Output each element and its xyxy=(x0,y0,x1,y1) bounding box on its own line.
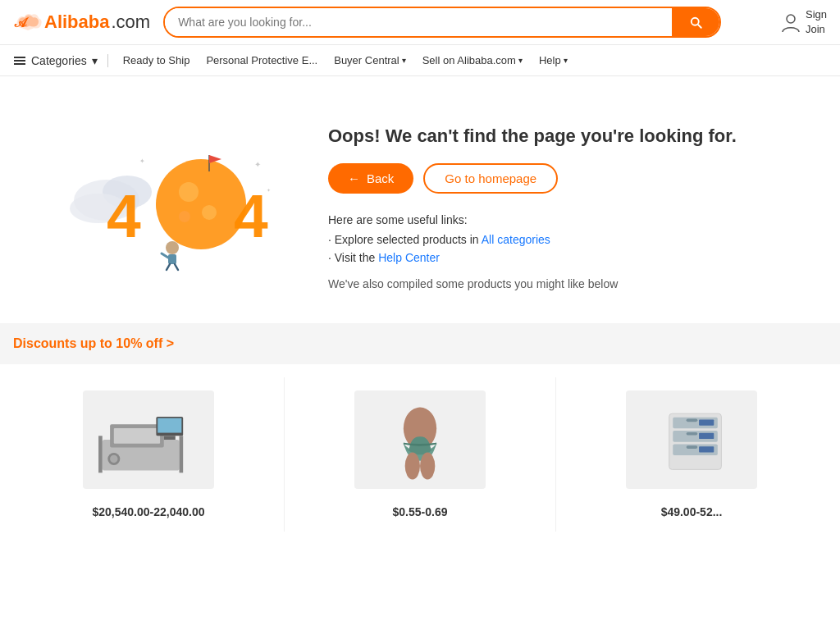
svg-rect-4 xyxy=(14,63,25,65)
svg-point-10 xyxy=(202,205,217,220)
product-card-0[interactable]: $20,540.00-22,040.00 xyxy=(13,377,285,532)
svg-text:4: 4 xyxy=(234,181,268,250)
header: 𝒜 Alibaba.com Sign Join xyxy=(0,0,840,45)
svg-rect-42 xyxy=(687,432,698,436)
svg-rect-17 xyxy=(168,254,176,264)
404-svg: 4 4 ✦ ✦ ✦ xyxy=(57,126,287,274)
svg-point-35 xyxy=(405,453,420,480)
svg-text:4: 4 xyxy=(107,181,141,250)
useful-links: Here are some useful links: · Explore se… xyxy=(328,213,791,264)
svg-point-8 xyxy=(156,159,246,249)
product-price-1: $0.55-0.69 xyxy=(393,505,448,518)
compiled-text: We've also compiled some products you mi… xyxy=(328,277,791,290)
all-categories-link[interactable]: All categories xyxy=(482,233,550,246)
sell-arrow: ▾ xyxy=(518,56,523,65)
svg-point-31 xyxy=(110,455,117,463)
svg-rect-28 xyxy=(158,418,181,433)
svg-point-9 xyxy=(179,182,199,202)
search-bar xyxy=(163,7,721,38)
hamburger-icon xyxy=(13,54,26,67)
clothing-image xyxy=(358,395,482,485)
search-input[interactable] xyxy=(165,8,672,36)
svg-line-18 xyxy=(162,253,168,258)
svg-point-16 xyxy=(166,241,179,254)
nav-item-sell[interactable]: Sell on Alibaba.com ▾ xyxy=(414,48,531,73)
svg-rect-33 xyxy=(180,436,184,472)
products-section: $20,540.00-22,040.00 $0.55-0.69 xyxy=(0,364,840,545)
nav-item-help[interactable]: Help ▾ xyxy=(531,48,576,73)
error-illustration: 4 4 ✦ ✦ ✦ xyxy=(49,109,295,290)
back-arrow-icon: ← xyxy=(348,171,360,185)
back-button[interactable]: ← Back xyxy=(328,163,413,194)
error-title: Oops! We can't find the page you're look… xyxy=(328,126,791,147)
discounts-section: Discounts up to 10% off > xyxy=(0,323,840,364)
product-image-0 xyxy=(83,390,214,489)
nav-item-buyer-central[interactable]: Buyer Central ▾ xyxy=(326,48,413,73)
nav-bar: Categories ▾ Ready to Ship Personal Prot… xyxy=(0,45,840,76)
search-button[interactable] xyxy=(672,8,719,36)
categories-label: Categories xyxy=(31,54,87,67)
categories-arrow: ▾ xyxy=(92,54,98,67)
categories-button[interactable]: Categories ▾ xyxy=(13,54,108,67)
user-actions: Sign Join xyxy=(779,7,827,37)
join-label[interactable]: Join xyxy=(806,22,827,37)
product-image-2 xyxy=(626,390,757,489)
product-card-2[interactable]: $49.00-52... xyxy=(556,377,827,532)
svg-line-20 xyxy=(175,264,178,270)
discounts-title[interactable]: Discounts up to 10% off > xyxy=(13,336,174,350)
svg-line-19 xyxy=(167,264,170,270)
nav-item-personal-protective[interactable]: Personal Protective E... xyxy=(198,48,326,73)
svg-rect-2 xyxy=(14,57,25,58)
svg-rect-26 xyxy=(114,428,160,444)
sign-in-label[interactable]: Sign xyxy=(806,7,827,22)
alibaba-logo-icon: 𝒜 xyxy=(13,11,43,34)
svg-rect-29 xyxy=(164,436,176,440)
svg-point-1 xyxy=(787,15,795,23)
product-price-0: $20,540.00-22,040.00 xyxy=(92,505,204,518)
svg-rect-44 xyxy=(699,419,714,425)
error-content: Oops! We can't find the page you're look… xyxy=(328,109,791,290)
product-price-2: $49.00-52... xyxy=(661,505,723,518)
svg-text:✦: ✦ xyxy=(139,158,145,165)
product-image-1 xyxy=(354,390,486,489)
logo[interactable]: 𝒜 Alibaba.com xyxy=(13,11,150,34)
svg-point-36 xyxy=(420,453,435,480)
svg-rect-46 xyxy=(699,446,714,452)
buyer-central-arrow: ▾ xyxy=(402,56,406,65)
logo-brand: Alibaba xyxy=(44,11,109,33)
error-buttons: ← Back Go to homepage xyxy=(328,163,791,194)
svg-rect-43 xyxy=(687,445,698,449)
help-link-item: · Visit the Help Center xyxy=(328,251,791,264)
homepage-button[interactable]: Go to homepage xyxy=(423,163,558,194)
product-card-1[interactable]: $0.55-0.69 xyxy=(285,377,556,532)
error-main: 4 4 ✦ ✦ ✦ Oops! We can't find the page y… xyxy=(0,76,840,323)
svg-rect-41 xyxy=(687,419,698,422)
svg-rect-3 xyxy=(14,60,25,62)
user-avatar-icon xyxy=(779,11,802,34)
help-center-link[interactable]: Help Center xyxy=(378,251,440,264)
nav-item-ready-to-ship[interactable]: Ready to Ship xyxy=(115,48,199,73)
explore-link-item: · Explore selected products in All categ… xyxy=(328,233,791,246)
svg-point-11 xyxy=(179,211,190,222)
svg-text:✦: ✦ xyxy=(267,188,271,193)
svg-rect-32 xyxy=(98,436,103,472)
explore-text: · Explore selected products in xyxy=(328,233,482,246)
svg-text:✦: ✦ xyxy=(254,160,261,169)
machine-image xyxy=(87,399,210,481)
visit-text: · Visit the xyxy=(328,251,378,264)
help-arrow: ▾ xyxy=(564,56,568,65)
storage-image xyxy=(630,399,753,481)
search-icon xyxy=(688,15,703,30)
user-text[interactable]: Sign Join xyxy=(806,7,827,37)
logo-dotcom: .com xyxy=(111,11,150,33)
svg-rect-45 xyxy=(699,433,714,439)
useful-links-heading: Here are some useful links: xyxy=(328,213,791,226)
